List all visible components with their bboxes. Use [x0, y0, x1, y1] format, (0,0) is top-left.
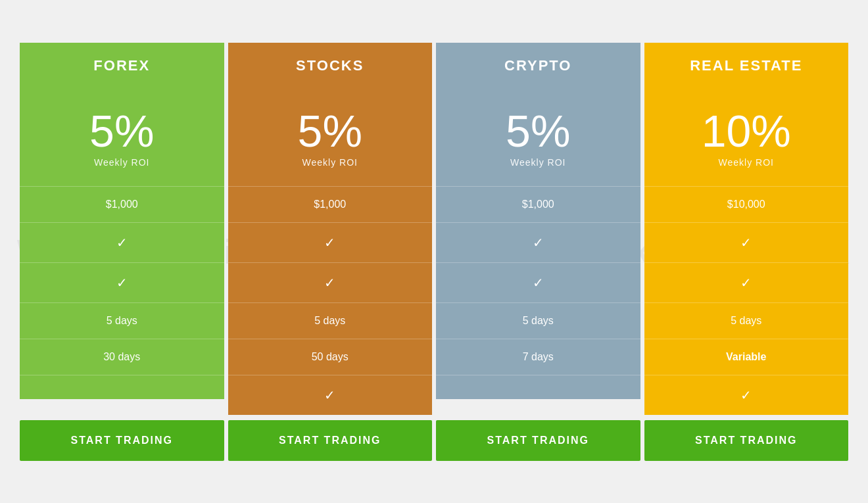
plan-check1-stocks: ✓	[228, 222, 433, 262]
roi-label-crypto: Weekly ROI	[443, 157, 634, 168]
plan-header-crypto: CRYPTO	[436, 43, 640, 89]
buttons-row: START TRADINGSTART TRADINGSTART TRADINGS…	[20, 420, 848, 461]
plan-column-stocks: STOCKS 5% Weekly ROI $1,000✓✓5 days50 da…	[228, 43, 433, 415]
plan-header-forex: FOREX	[20, 43, 224, 89]
plan-header-realestate: REAL ESTATE	[644, 43, 849, 89]
plan-check2-realestate: ✓	[644, 262, 849, 302]
roi-percent-crypto: 5%	[443, 108, 634, 153]
page-wrapper: FOREX 5% Weekly ROI $1,000✓✓5 days30 day…	[20, 30, 848, 474]
plan-min-investment-stocks: $1,000	[228, 186, 433, 222]
roi-percent-realestate: 10%	[651, 108, 842, 153]
plan-check3-crypto	[436, 375, 640, 399]
plan-days1-realestate: 5 days	[644, 302, 849, 339]
plan-check3-forex	[20, 375, 224, 399]
start-trading-button-stocks[interactable]: START TRADING	[228, 420, 433, 461]
plan-min-investment-forex: $1,000	[20, 186, 224, 222]
start-trading-button-forex[interactable]: START TRADING	[20, 420, 224, 461]
plan-header-stocks: STOCKS	[228, 43, 433, 89]
plan-check2-crypto: ✓	[436, 262, 640, 302]
plan-column-forex: FOREX 5% Weekly ROI $1,000✓✓5 days30 day…	[20, 43, 224, 415]
plan-days2-realestate: Variable	[644, 339, 849, 375]
start-trading-button-realestate[interactable]: START TRADING	[644, 420, 849, 461]
plan-days2-crypto: 7 days	[436, 339, 640, 375]
plan-days1-crypto: 5 days	[436, 302, 640, 339]
plan-roi-stocks: 5% Weekly ROI	[228, 89, 433, 186]
plan-check2-forex: ✓	[20, 262, 224, 302]
plan-column-crypto: CRYPTO 5% Weekly ROI $1,000✓✓5 days7 day…	[436, 43, 640, 415]
plan-check1-realestate: ✓	[644, 222, 849, 262]
plan-check2-stocks: ✓	[228, 262, 433, 302]
roi-label-forex: Weekly ROI	[26, 157, 218, 168]
roi-percent-forex: 5%	[26, 108, 218, 153]
plan-days1-stocks: 5 days	[228, 302, 433, 339]
roi-percent-stocks: 5%	[235, 108, 426, 153]
roi-label-stocks: Weekly ROI	[235, 157, 426, 168]
plan-roi-realestate: 10% Weekly ROI	[644, 89, 849, 186]
plan-column-realestate: REAL ESTATE 10% Weekly ROI $10,000✓✓5 da…	[644, 43, 849, 415]
plan-check1-crypto: ✓	[436, 222, 640, 262]
plan-days1-forex: 5 days	[20, 302, 224, 339]
plan-min-investment-realestate: $10,000	[644, 186, 849, 222]
plan-roi-crypto: 5% Weekly ROI	[436, 89, 640, 186]
plan-check3-stocks: ✓	[228, 375, 433, 415]
roi-label-realestate: Weekly ROI	[651, 157, 842, 168]
start-trading-button-crypto[interactable]: START TRADING	[436, 420, 640, 461]
plan-check1-forex: ✓	[20, 222, 224, 262]
plan-roi-forex: 5% Weekly ROI	[20, 89, 224, 186]
plan-check3-realestate: ✓	[644, 375, 849, 415]
plan-days2-forex: 30 days	[20, 339, 224, 375]
plan-min-investment-crypto: $1,000	[436, 186, 640, 222]
plan-days2-stocks: 50 days	[228, 339, 433, 375]
plans-grid: FOREX 5% Weekly ROI $1,000✓✓5 days30 day…	[20, 43, 848, 415]
